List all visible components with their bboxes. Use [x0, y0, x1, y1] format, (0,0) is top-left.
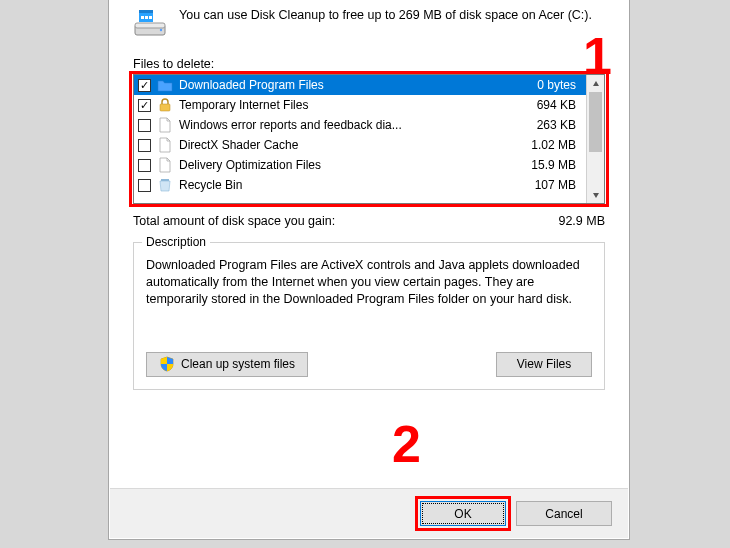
dialog-button-bar: OK Cancel: [110, 488, 628, 538]
cleanup-system-files-button[interactable]: Clean up system files: [146, 352, 308, 377]
description-group: Description Downloaded Program Files are…: [133, 242, 605, 390]
svg-rect-7: [149, 16, 152, 19]
lock-icon: [157, 97, 173, 113]
svg-rect-9: [161, 179, 169, 181]
checkbox[interactable]: [138, 139, 151, 152]
svg-rect-6: [145, 16, 148, 19]
total-value: 92.9 MB: [558, 214, 605, 228]
item-size: 15.9 MB: [514, 158, 580, 172]
scroll-track[interactable]: [587, 92, 604, 186]
svg-rect-5: [141, 16, 144, 19]
cancel-button[interactable]: Cancel: [516, 501, 612, 526]
total-row: Total amount of disk space you gain: 92.…: [133, 214, 605, 228]
annotation-number-1: 1: [583, 30, 612, 82]
list-item[interactable]: Windows error reports and feedback dia..…: [134, 115, 586, 135]
files-listbox[interactable]: Downloaded Program Files0 bytesTemporary…: [133, 74, 605, 204]
cleanup-system-files-label: Clean up system files: [181, 357, 295, 371]
checkbox[interactable]: [138, 119, 151, 132]
item-name: Downloaded Program Files: [179, 78, 508, 92]
ok-button[interactable]: OK: [420, 501, 506, 526]
checkbox[interactable]: [138, 99, 151, 112]
svg-rect-8: [160, 104, 170, 111]
list-item[interactable]: Temporary Internet Files694 KB: [134, 95, 586, 115]
scroll-thumb[interactable]: [589, 92, 602, 152]
folder-icon: [157, 77, 173, 93]
files-to-delete-label: Files to delete:: [133, 57, 605, 71]
svg-marker-11: [593, 193, 599, 198]
item-size: 107 MB: [514, 178, 580, 192]
view-files-label: View Files: [517, 357, 571, 371]
item-name: Windows error reports and feedback dia..…: [179, 118, 508, 132]
item-name: Delivery Optimization Files: [179, 158, 508, 172]
shield-icon: [159, 356, 175, 372]
item-name: Recycle Bin: [179, 178, 508, 192]
file-icon: [157, 157, 173, 173]
description-title: Description: [142, 235, 210, 249]
intro-row: You can use Disk Cleanup to free up to 2…: [133, 7, 605, 41]
intro-text: You can use Disk Cleanup to free up to 2…: [179, 7, 605, 24]
checkbox[interactable]: [138, 179, 151, 192]
annotation-number-2: 2: [392, 418, 421, 470]
svg-point-2: [160, 29, 162, 31]
item-name: DirectX Shader Cache: [179, 138, 508, 152]
scroll-down-button[interactable]: [587, 186, 604, 203]
item-size: 694 KB: [514, 98, 580, 112]
svg-rect-4: [139, 10, 153, 13]
svg-rect-1: [135, 23, 165, 28]
cancel-label: Cancel: [545, 507, 582, 521]
disk-cleanup-dialog: You can use Disk Cleanup to free up to 2…: [108, 0, 630, 540]
disk-cleanup-icon: [133, 7, 167, 41]
total-label: Total amount of disk space you gain:: [133, 214, 558, 228]
file-icon: [157, 117, 173, 133]
checkbox[interactable]: [138, 79, 151, 92]
checkbox[interactable]: [138, 159, 151, 172]
item-size: 0 bytes: [514, 78, 580, 92]
item-size: 263 KB: [514, 118, 580, 132]
scrollbar[interactable]: [586, 75, 604, 203]
list-item[interactable]: Delivery Optimization Files15.9 MB: [134, 155, 586, 175]
file-icon: [157, 137, 173, 153]
bin-icon: [157, 177, 173, 193]
description-text: Downloaded Program Files are ActiveX con…: [146, 257, 592, 308]
list-item[interactable]: Recycle Bin107 MB: [134, 175, 586, 195]
view-files-button[interactable]: View Files: [496, 352, 592, 377]
item-size: 1.02 MB: [514, 138, 580, 152]
ok-label: OK: [454, 507, 471, 521]
list-item[interactable]: DirectX Shader Cache1.02 MB: [134, 135, 586, 155]
item-name: Temporary Internet Files: [179, 98, 508, 112]
list-item[interactable]: Downloaded Program Files0 bytes: [134, 75, 586, 95]
